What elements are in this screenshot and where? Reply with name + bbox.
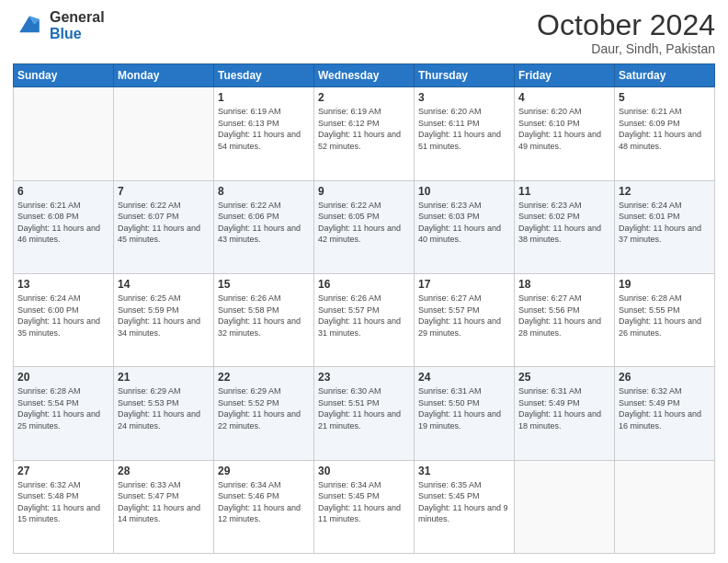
calendar-cell: 21Sunrise: 6:29 AMSunset: 5:53 PMDayligh… xyxy=(114,367,214,460)
page: General Blue October 2024 Daur, Sindh, P… xyxy=(0,0,728,563)
day-info: Sunrise: 6:27 AMSunset: 5:56 PMDaylight:… xyxy=(518,293,610,339)
calendar-cell: 7Sunrise: 6:22 AMSunset: 6:07 PMDaylight… xyxy=(114,180,214,273)
day-number: 17 xyxy=(418,278,510,291)
calendar-cell: 16Sunrise: 6:26 AMSunset: 5:57 PMDayligh… xyxy=(314,273,415,366)
calendar-cell: 24Sunrise: 6:31 AMSunset: 5:50 PMDayligh… xyxy=(415,367,515,460)
calendar-week-1: 1Sunrise: 6:19 AMSunset: 6:13 PMDaylight… xyxy=(14,87,715,180)
calendar-cell: 9Sunrise: 6:22 AMSunset: 6:05 PMDaylight… xyxy=(314,180,415,273)
day-header-saturday: Saturday xyxy=(615,64,715,87)
day-info: Sunrise: 6:31 AMSunset: 5:50 PMDaylight:… xyxy=(418,385,510,431)
day-number: 3 xyxy=(418,91,510,104)
day-info: Sunrise: 6:21 AMSunset: 6:08 PMDaylight:… xyxy=(17,200,109,246)
day-number: 10 xyxy=(418,185,510,198)
calendar-cell: 6Sunrise: 6:21 AMSunset: 6:08 PMDaylight… xyxy=(14,180,114,273)
day-info: Sunrise: 6:28 AMSunset: 5:54 PMDaylight:… xyxy=(17,385,109,431)
calendar-cell: 29Sunrise: 6:34 AMSunset: 5:46 PMDayligh… xyxy=(214,460,314,553)
calendar-cell: 11Sunrise: 6:23 AMSunset: 6:02 PMDayligh… xyxy=(515,180,615,273)
day-header-thursday: Thursday xyxy=(415,64,515,87)
calendar-cell xyxy=(615,460,715,553)
location-title: Daur, Sindh, Pakistan xyxy=(537,41,715,56)
logo-icon xyxy=(13,9,46,42)
calendar-cell: 20Sunrise: 6:28 AMSunset: 5:54 PMDayligh… xyxy=(14,367,114,460)
day-number: 24 xyxy=(418,371,510,384)
day-number: 26 xyxy=(619,371,711,384)
logo: General Blue xyxy=(13,9,105,42)
calendar-cell: 15Sunrise: 6:26 AMSunset: 5:58 PMDayligh… xyxy=(214,273,314,366)
calendar-cell: 1Sunrise: 6:19 AMSunset: 6:13 PMDaylight… xyxy=(214,87,314,180)
day-header-tuesday: Tuesday xyxy=(214,64,314,87)
day-info: Sunrise: 6:34 AMSunset: 5:46 PMDaylight:… xyxy=(218,479,310,525)
day-info: Sunrise: 6:19 AMSunset: 6:12 PMDaylight:… xyxy=(318,106,410,152)
day-number: 18 xyxy=(518,278,610,291)
calendar-week-3: 13Sunrise: 6:24 AMSunset: 6:00 PMDayligh… xyxy=(14,273,715,366)
calendar-cell: 30Sunrise: 6:34 AMSunset: 5:45 PMDayligh… xyxy=(314,460,415,553)
day-number: 29 xyxy=(218,465,310,477)
calendar-cell: 17Sunrise: 6:27 AMSunset: 5:57 PMDayligh… xyxy=(415,273,515,366)
month-title: October 2024 xyxy=(537,9,715,41)
day-number: 2 xyxy=(318,91,410,104)
day-number: 8 xyxy=(218,185,310,198)
calendar-cell: 18Sunrise: 6:27 AMSunset: 5:56 PMDayligh… xyxy=(515,273,615,366)
day-number: 28 xyxy=(118,465,210,477)
day-info: Sunrise: 6:29 AMSunset: 5:53 PMDaylight:… xyxy=(118,385,210,431)
day-number: 25 xyxy=(518,371,610,384)
day-info: Sunrise: 6:28 AMSunset: 5:55 PMDaylight:… xyxy=(619,293,711,339)
day-info: Sunrise: 6:22 AMSunset: 6:05 PMDaylight:… xyxy=(318,200,410,246)
day-number: 27 xyxy=(17,465,109,477)
day-number: 31 xyxy=(418,465,510,477)
day-number: 1 xyxy=(218,91,310,104)
day-number: 13 xyxy=(17,278,109,291)
calendar-cell: 4Sunrise: 6:20 AMSunset: 6:10 PMDaylight… xyxy=(515,87,615,180)
day-info: Sunrise: 6:26 AMSunset: 5:58 PMDaylight:… xyxy=(218,293,310,339)
day-info: Sunrise: 6:27 AMSunset: 5:57 PMDaylight:… xyxy=(418,293,510,339)
day-header-friday: Friday xyxy=(515,64,615,87)
day-number: 5 xyxy=(619,91,711,104)
day-header-monday: Monday xyxy=(114,64,214,87)
day-info: Sunrise: 6:34 AMSunset: 5:45 PMDaylight:… xyxy=(318,479,410,525)
calendar-cell xyxy=(515,460,615,553)
calendar-cell: 19Sunrise: 6:28 AMSunset: 5:55 PMDayligh… xyxy=(615,273,715,366)
day-number: 30 xyxy=(318,465,410,477)
calendar-cell: 23Sunrise: 6:30 AMSunset: 5:51 PMDayligh… xyxy=(314,367,415,460)
calendar-cell: 2Sunrise: 6:19 AMSunset: 6:12 PMDaylight… xyxy=(314,87,415,180)
calendar-header-row: SundayMondayTuesdayWednesdayThursdayFrid… xyxy=(14,64,715,87)
day-header-wednesday: Wednesday xyxy=(314,64,415,87)
day-header-sunday: Sunday xyxy=(14,64,114,87)
day-info: Sunrise: 6:26 AMSunset: 5:57 PMDaylight:… xyxy=(318,293,410,339)
calendar-week-4: 20Sunrise: 6:28 AMSunset: 5:54 PMDayligh… xyxy=(14,367,715,460)
day-number: 21 xyxy=(118,371,210,384)
day-number: 23 xyxy=(318,371,410,384)
calendar-week-5: 27Sunrise: 6:32 AMSunset: 5:48 PMDayligh… xyxy=(14,460,715,553)
day-info: Sunrise: 6:23 AMSunset: 6:03 PMDaylight:… xyxy=(418,200,510,246)
logo-text: General Blue xyxy=(50,9,105,41)
day-number: 11 xyxy=(518,185,610,198)
day-info: Sunrise: 6:23 AMSunset: 6:02 PMDaylight:… xyxy=(518,200,610,246)
calendar-cell: 28Sunrise: 6:33 AMSunset: 5:47 PMDayligh… xyxy=(114,460,214,553)
day-number: 6 xyxy=(17,185,109,198)
header: General Blue October 2024 Daur, Sindh, P… xyxy=(13,9,715,56)
day-info: Sunrise: 6:19 AMSunset: 6:13 PMDaylight:… xyxy=(218,106,310,152)
day-info: Sunrise: 6:22 AMSunset: 6:07 PMDaylight:… xyxy=(118,200,210,246)
day-info: Sunrise: 6:24 AMSunset: 6:00 PMDaylight:… xyxy=(17,293,109,339)
calendar-cell: 13Sunrise: 6:24 AMSunset: 6:00 PMDayligh… xyxy=(14,273,114,366)
calendar-cell: 22Sunrise: 6:29 AMSunset: 5:52 PMDayligh… xyxy=(214,367,314,460)
day-number: 15 xyxy=(218,278,310,291)
calendar-cell xyxy=(114,87,214,180)
day-info: Sunrise: 6:25 AMSunset: 5:59 PMDaylight:… xyxy=(118,293,210,339)
day-info: Sunrise: 6:35 AMSunset: 5:45 PMDaylight:… xyxy=(418,479,510,525)
calendar-week-2: 6Sunrise: 6:21 AMSunset: 6:08 PMDaylight… xyxy=(14,180,715,273)
calendar-cell: 27Sunrise: 6:32 AMSunset: 5:48 PMDayligh… xyxy=(14,460,114,553)
day-info: Sunrise: 6:32 AMSunset: 5:49 PMDaylight:… xyxy=(619,385,711,431)
calendar-cell: 26Sunrise: 6:32 AMSunset: 5:49 PMDayligh… xyxy=(615,367,715,460)
day-number: 7 xyxy=(118,185,210,198)
day-number: 12 xyxy=(619,185,711,198)
day-number: 22 xyxy=(218,371,310,384)
day-info: Sunrise: 6:20 AMSunset: 6:11 PMDaylight:… xyxy=(418,106,510,152)
calendar: SundayMondayTuesdayWednesdayThursdayFrid… xyxy=(13,63,715,554)
day-info: Sunrise: 6:33 AMSunset: 5:47 PMDaylight:… xyxy=(118,479,210,525)
day-number: 16 xyxy=(318,278,410,291)
logo-line1: General xyxy=(50,9,105,26)
calendar-cell: 12Sunrise: 6:24 AMSunset: 6:01 PMDayligh… xyxy=(615,180,715,273)
day-number: 19 xyxy=(619,278,711,291)
day-info: Sunrise: 6:30 AMSunset: 5:51 PMDaylight:… xyxy=(318,385,410,431)
